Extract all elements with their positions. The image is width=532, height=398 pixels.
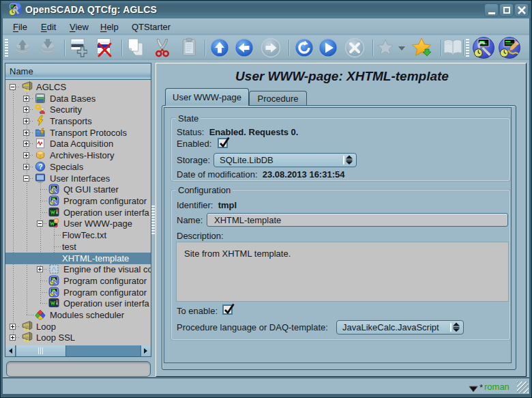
svg-text:?: ?: [38, 162, 42, 171]
